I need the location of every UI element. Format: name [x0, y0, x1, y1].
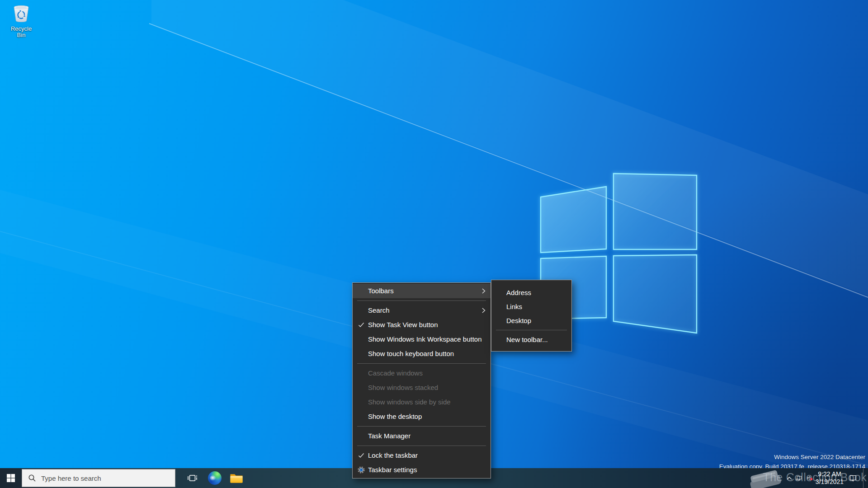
- menu-separator: [496, 330, 567, 330]
- chevron-up-icon: [786, 476, 793, 480]
- menu-item-label: Cascade windows: [368, 369, 423, 377]
- desktop[interactable]: Recycle Bin Windows Server 2022 Datacent…: [0, 0, 868, 488]
- menu-item-cascade-windows: Cascade windows: [353, 366, 491, 380]
- task-view-icon: [187, 473, 198, 483]
- volume-muted-icon: [807, 474, 813, 482]
- submenu-arrow-icon: [482, 288, 486, 294]
- menu-item-lock-the-taskbar[interactable]: Lock the taskbar: [353, 448, 491, 463]
- search-input[interactable]: [40, 474, 175, 483]
- menu-item-label: Search: [368, 306, 390, 314]
- action-center-button[interactable]: [846, 468, 860, 488]
- submenu-arrow-icon: [482, 308, 486, 314]
- menu-item-label: Lock the taskbar: [368, 451, 418, 459]
- menu-item-label: Taskbar settings: [368, 466, 417, 474]
- menu-separator: [357, 426, 486, 427]
- menu-item-taskbar-settings[interactable]: Taskbar settings: [353, 463, 491, 477]
- recycle-bin[interactable]: Recycle Bin: [6, 4, 37, 38]
- menu-separator: [357, 446, 486, 446]
- edge-browser-button[interactable]: [204, 468, 226, 488]
- menu-item-label: Show Windows Ink Workspace button: [368, 335, 482, 343]
- file-explorer-icon: [230, 473, 243, 483]
- task-view-button[interactable]: [181, 468, 203, 488]
- menu-item-show-touch-keyboard-button[interactable]: Show touch keyboard button: [353, 347, 491, 361]
- menu-item-show-windows-stacked: Show windows stacked: [353, 380, 491, 395]
- checkmark-icon: [358, 453, 364, 458]
- menu-item-label: Show touch keyboard button: [368, 350, 454, 357]
- menu-item-show-the-desktop[interactable]: Show the desktop: [353, 409, 491, 424]
- menu-item-label: Toolbars: [368, 287, 394, 295]
- menu-separator: [357, 300, 486, 301]
- file-explorer-button[interactable]: [226, 468, 247, 488]
- recycle-bin-icon: [11, 4, 32, 23]
- submenu-item-address[interactable]: Address: [491, 286, 571, 300]
- menu-item-label: Task Manager: [368, 432, 410, 440]
- menu-item-label: Show the desktop: [368, 413, 422, 420]
- menu-item-label: Address: [506, 289, 531, 296]
- menu-separator: [357, 363, 486, 364]
- menu-item-show-windows-side-by-side: Show windows side by side: [353, 395, 491, 409]
- menu-item-task-manager[interactable]: Task Manager: [353, 429, 491, 443]
- menu-item-label: Show windows side by side: [368, 398, 451, 406]
- menu-item-label: Links: [506, 303, 522, 310]
- menu-item-show-task-view-button[interactable]: Show Task View button: [353, 318, 491, 332]
- toolbars-submenu: Address Links Desktop New toolbar...: [491, 280, 572, 352]
- gear-icon: [357, 466, 365, 474]
- menu-item-label: Show Task View button: [368, 321, 438, 328]
- search-icon: [28, 474, 36, 482]
- menu-item-search[interactable]: Search: [353, 303, 491, 318]
- taskbar-search-box[interactable]: [22, 469, 175, 487]
- edge-icon: [208, 471, 222, 485]
- network-button[interactable]: [793, 468, 805, 488]
- show-desktop-button[interactable]: [863, 468, 868, 488]
- checkmark-icon: [358, 322, 364, 328]
- menu-item-show-windows-ink-workspace-button[interactable]: Show Windows Ink Workspace button: [353, 332, 491, 347]
- taskbar-clock[interactable]: 9:22 AM 3/19/2021: [814, 470, 845, 486]
- action-center-icon: [849, 474, 857, 483]
- menu-item-label: Desktop: [506, 317, 531, 324]
- windows-logo-icon: [7, 474, 15, 482]
- clock-date: 3/19/2021: [814, 478, 845, 486]
- recycle-bin-label: Recycle Bin: [6, 26, 37, 38]
- submenu-item-desktop[interactable]: Desktop: [491, 314, 571, 328]
- menu-item-label: New toolbar...: [506, 336, 548, 343]
- network-ethernet-icon: [796, 474, 802, 482]
- submenu-item-new-toolbar[interactable]: New toolbar...: [491, 333, 571, 347]
- watermark-line1: Windows Server 2022 Datacenter: [719, 452, 865, 462]
- menu-item-toolbars[interactable]: Toolbars: [353, 284, 491, 298]
- start-button[interactable]: [0, 468, 22, 488]
- submenu-item-links[interactable]: Links: [491, 300, 571, 314]
- taskbar-context-menu: Toolbars Search Show Task View button Sh…: [352, 282, 491, 479]
- menu-item-label: Show windows stacked: [368, 384, 438, 391]
- clock-time: 9:22 AM: [814, 470, 845, 478]
